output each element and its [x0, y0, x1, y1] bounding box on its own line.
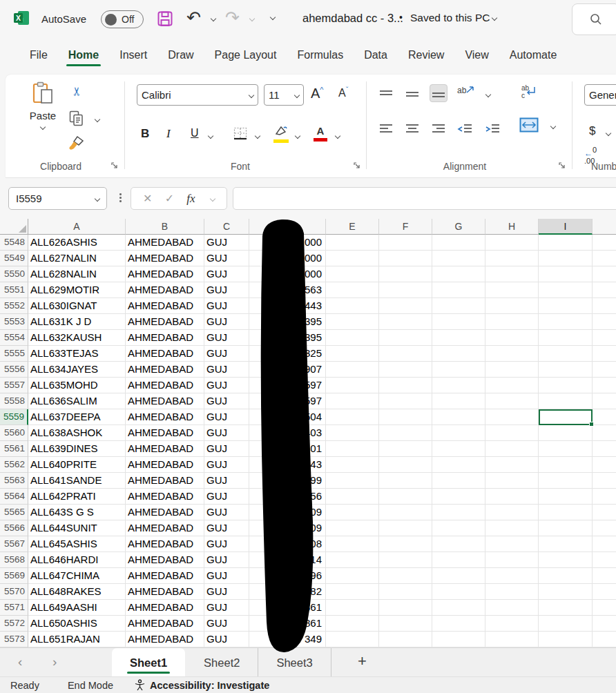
row-header-5566[interactable]: 5566 [0, 520, 28, 536]
prev-sheet-button[interactable]: ‹ [18, 654, 22, 670]
row-header-5572[interactable]: 5572 [0, 616, 28, 632]
cell-i5551[interactable] [539, 282, 593, 298]
cell-i5567[interactable] [539, 536, 593, 552]
cell-a5557[interactable]: ALL635MOHD [28, 378, 126, 393]
cell-b5558[interactable]: AHMEDABAD [126, 393, 204, 409]
increase-indent-button[interactable] [483, 120, 501, 138]
cell-h5563[interactable] [485, 473, 539, 489]
cell-c5563[interactable]: GUJ [204, 473, 249, 489]
cell-g5556[interactable] [432, 362, 485, 378]
cell-c5549[interactable]: GUJ [204, 251, 249, 266]
cell-i5548[interactable] [539, 235, 593, 251]
cell-c5553[interactable]: GUJ [204, 314, 249, 330]
cell-i5565[interactable] [539, 505, 593, 520]
font-name-select[interactable]: Calibri [137, 84, 258, 106]
cell-g5571[interactable] [432, 600, 485, 616]
cell-h5549[interactable] [485, 251, 539, 266]
cell-f5565[interactable] [379, 505, 432, 520]
cell-e5567[interactable] [326, 536, 379, 552]
cell-h5560[interactable] [485, 425, 539, 441]
grow-font-button[interactable]: A^ [311, 86, 324, 101]
cell-c5571[interactable]: GUJ [204, 600, 249, 616]
cell-c5564[interactable]: GUJ [204, 489, 249, 505]
cell-c5558[interactable]: GUJ [204, 393, 249, 409]
cell-h5573[interactable] [485, 632, 539, 647]
cell-e5552[interactable] [326, 298, 379, 314]
cell-g5564[interactable] [432, 489, 485, 505]
cell-g5554[interactable] [432, 330, 485, 346]
cell-e5570[interactable] [326, 584, 379, 600]
font-color-button[interactable]: A [314, 126, 327, 141]
ribbon-tab-review[interactable]: Review [398, 43, 454, 70]
cell-c5568[interactable]: GUJ [204, 552, 249, 568]
cell-i5552[interactable] [539, 298, 593, 314]
cell-e5555[interactable] [326, 346, 379, 362]
cell-a5568[interactable]: ALL646HARDI [28, 552, 126, 568]
cell-b5561[interactable]: AHMEDABAD [126, 441, 204, 457]
row-header-5551[interactable]: 5551 [0, 282, 28, 298]
cell-b5554[interactable]: AHMEDABAD [126, 330, 204, 346]
sheet-tab-sheet2[interactable]: Sheet2 [186, 648, 258, 677]
customize-toolbar-button[interactable] [268, 15, 278, 19]
cell-b5568[interactable]: AHMEDABAD [126, 552, 204, 568]
cell-b5559[interactable]: AHMEDABAD [126, 409, 204, 425]
ribbon-tab-insert[interactable]: Insert [109, 43, 157, 70]
cell-b5556[interactable]: AHMEDABAD [126, 362, 204, 378]
cell-i5564[interactable] [539, 489, 593, 505]
cell-i5573[interactable] [539, 632, 593, 647]
cell-e5549[interactable] [326, 251, 379, 266]
row-header-5567[interactable]: 5567 [0, 536, 28, 552]
ribbon-tab-draw[interactable]: Draw [157, 43, 204, 70]
name-box[interactable]: I5559 [8, 187, 107, 210]
cell-5571[interactable] [593, 600, 616, 616]
cell-c5570[interactable]: GUJ [204, 584, 249, 600]
accessibility-status[interactable]: Accessibility: Investigate [134, 679, 269, 691]
cell-g5573[interactable] [432, 632, 485, 647]
paste-dropdown-icon[interactable] [40, 124, 46, 130]
cell-f5569[interactable] [379, 568, 432, 584]
cell-b5560[interactable]: AHMEDABAD [126, 425, 204, 441]
cell-g5561[interactable] [432, 441, 485, 457]
cell-b5549[interactable]: AHMEDABAD [126, 251, 204, 266]
cell-b5567[interactable]: AHMEDABAD [126, 536, 204, 552]
borders-button[interactable] [233, 127, 247, 144]
cell-a5549[interactable]: ALL627NALIN [28, 251, 126, 266]
row-header-5555[interactable]: 5555 [0, 346, 28, 362]
cell-f5566[interactable] [379, 520, 432, 536]
select-all-corner[interactable] [0, 219, 28, 235]
cell-g5550[interactable] [432, 266, 485, 282]
column-header-b[interactable]: B [126, 219, 204, 235]
row-header-5564[interactable]: 5564 [0, 489, 28, 505]
cell-f5570[interactable] [379, 584, 432, 600]
format-painter-button[interactable] [68, 135, 86, 155]
cell-e5548[interactable] [326, 235, 379, 251]
cell-e5557[interactable] [326, 378, 379, 393]
cell-5567[interactable] [593, 536, 616, 552]
cell-h5556[interactable] [485, 362, 539, 378]
bold-button[interactable]: B [141, 127, 149, 141]
cell-a5569[interactable]: ALL647CHIMA [28, 568, 126, 584]
cell-h5562[interactable] [485, 457, 539, 473]
orientation-button[interactable]: ab [457, 86, 474, 95]
row-header-5558[interactable]: 5558 [0, 393, 28, 409]
cell-5563[interactable] [593, 473, 616, 489]
cell-5570[interactable] [593, 584, 616, 600]
align-left-button[interactable] [377, 120, 395, 138]
cell-h5565[interactable] [485, 505, 539, 520]
cell-a5566[interactable]: ALL644SUNIT [28, 520, 126, 536]
cell-g5557[interactable] [432, 378, 485, 393]
column-header-g[interactable]: G [432, 219, 485, 235]
fx-dropdown-icon[interactable] [210, 195, 215, 201]
cell-a5555[interactable]: ALL633TEJAS [28, 346, 126, 362]
row-header-5554[interactable]: 5554 [0, 330, 28, 346]
cell-g5562[interactable] [432, 457, 485, 473]
cell-i5566[interactable] [539, 520, 593, 536]
column-header-e[interactable]: E [326, 219, 379, 235]
cell-h5548[interactable] [485, 235, 539, 251]
cell-e5562[interactable] [326, 457, 379, 473]
cell-b5548[interactable]: AHMEDABAD [126, 235, 204, 251]
cell-g5559[interactable] [432, 409, 485, 425]
cell-b5570[interactable]: AHMEDABAD [126, 584, 204, 600]
cell-a5548[interactable]: ALL626ASHIS [28, 235, 126, 251]
row-header-5548[interactable]: 5548 [0, 235, 28, 251]
